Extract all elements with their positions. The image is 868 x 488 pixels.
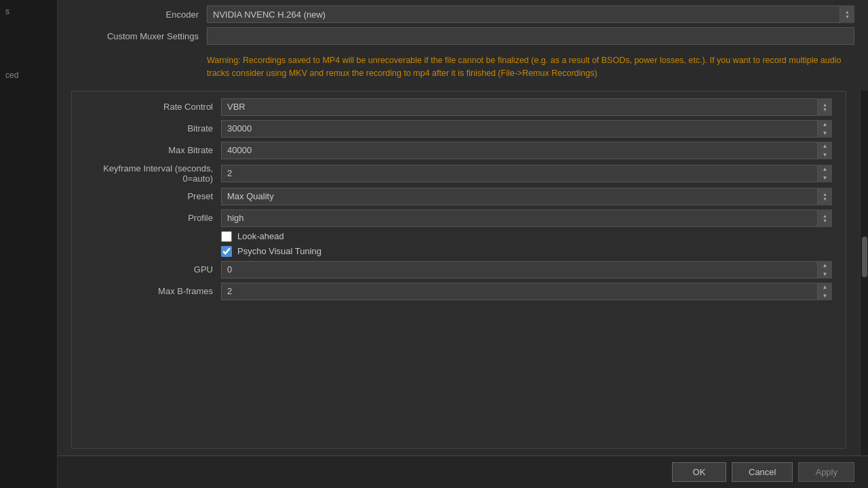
- keyframe-spin-wrapper: ▲ ▼: [221, 165, 832, 182]
- preset-row: Preset Max Quality ▲ ▼: [85, 188, 832, 205]
- encoder-control: NVIDIA NVENC H.264 (new) ▲ ▼: [207, 5, 854, 23]
- encoder-select-wrapper: NVIDIA NVENC H.264 (new) ▲ ▼: [207, 5, 854, 23]
- max-bitrate-spin-buttons: ▲ ▼: [817, 142, 832, 159]
- sidebar-item-ced: ced: [0, 64, 57, 87]
- warning-text: Warning: Recordings saved to MP4 will be…: [207, 56, 841, 78]
- keyframe-interval-control: ▲ ▼: [221, 165, 832, 182]
- scrollbar-area[interactable]: [860, 91, 868, 456]
- custom-muxer-control: [207, 27, 854, 45]
- warning-box: Warning: Recordings saved to MP4 will be…: [71, 49, 854, 83]
- lookahead-label[interactable]: Look-ahead: [237, 231, 284, 241]
- max-bframes-label: Max B-frames: [85, 286, 221, 296]
- max-bframes-input[interactable]: [221, 283, 832, 300]
- inner-layout: Rate Control VBR ▲ ▼: [58, 91, 868, 456]
- gpu-row: GPU ▲ ▼: [85, 261, 832, 279]
- max-bframes-spin-wrapper: ▲ ▼: [221, 283, 832, 300]
- rate-control-label: Rate Control: [85, 102, 221, 112]
- bitrate-input[interactable]: [221, 120, 832, 138]
- profile-label: Profile: [85, 213, 221, 223]
- keyframe-interval-input[interactable]: [221, 165, 832, 182]
- gpu-control: ▲ ▼: [221, 261, 832, 279]
- main-content: Encoder NVIDIA NVENC H.264 (new) ▲ ▼: [58, 0, 868, 488]
- gpu-input[interactable]: [221, 261, 832, 279]
- max-bitrate-down-button[interactable]: ▼: [818, 150, 832, 159]
- preset-select-wrapper: Max Quality ▲ ▼: [221, 188, 832, 205]
- scrollbar-thumb[interactable]: [862, 237, 867, 277]
- sidebar-item-s: s: [0, 0, 57, 23]
- bitrate-down-button[interactable]: ▼: [818, 129, 832, 138]
- rate-control-select[interactable]: VBR: [221, 98, 832, 116]
- rate-control-select-wrapper: VBR ▲ ▼: [221, 98, 832, 116]
- bitrate-row: Bitrate ▲ ▼: [85, 120, 832, 138]
- keyframe-interval-label: Keyframe Interval (seconds, 0=auto): [85, 163, 221, 184]
- profile-select-wrapper: high ▲ ▼: [221, 209, 832, 227]
- apply-button[interactable]: Apply: [798, 462, 854, 482]
- keyframe-interval-row: Keyframe Interval (seconds, 0=auto) ▲ ▼: [85, 163, 832, 184]
- max-bitrate-input[interactable]: [221, 142, 832, 159]
- settings-panel: Rate Control VBR ▲ ▼: [71, 91, 846, 449]
- gpu-label: GPU: [85, 264, 221, 274]
- max-bframes-spin-buttons: ▲ ▼: [817, 283, 832, 300]
- left-sidebar: s ced: [0, 0, 58, 488]
- bitrate-label: Bitrate: [85, 123, 221, 134]
- gpu-up-button[interactable]: ▲: [818, 261, 832, 270]
- preset-label: Preset: [85, 191, 221, 201]
- keyframe-up-button[interactable]: ▲: [818, 165, 832, 174]
- encoder-select[interactable]: NVIDIA NVENC H.264 (new): [207, 5, 854, 23]
- psycho-row: Psycho Visual Tuning: [221, 246, 832, 257]
- max-bitrate-up-button[interactable]: ▲: [818, 142, 832, 150]
- cancel-button[interactable]: Cancel: [732, 462, 793, 482]
- psycho-checkbox[interactable]: [221, 246, 232, 257]
- bottom-bar: OK Cancel Apply: [58, 455, 868, 488]
- max-bframes-control: ▲ ▼: [221, 283, 832, 300]
- encoder-label: Encoder: [71, 9, 207, 20]
- bitrate-spin-wrapper: ▲ ▼: [221, 120, 832, 138]
- profile-select[interactable]: high: [221, 209, 832, 227]
- keyframe-spin-buttons: ▲ ▼: [817, 165, 832, 182]
- custom-muxer-label: Custom Muxer Settings: [71, 31, 207, 41]
- lookahead-row: Look-ahead: [221, 231, 832, 242]
- rate-control-control: VBR ▲ ▼: [221, 98, 832, 116]
- profile-row: Profile high ▲ ▼: [85, 209, 832, 227]
- rate-control-row: Rate Control VBR ▲ ▼: [85, 98, 832, 116]
- max-bitrate-control: ▲ ▼: [221, 142, 832, 159]
- bitrate-control: ▲ ▼: [221, 120, 832, 138]
- profile-control: high ▲ ▼: [221, 209, 832, 227]
- gpu-down-button[interactable]: ▼: [818, 270, 832, 279]
- max-bframes-row: Max B-frames ▲ ▼: [85, 283, 832, 300]
- max-bitrate-row: Max Bitrate ▲ ▼: [85, 142, 832, 159]
- top-section: Encoder NVIDIA NVENC H.264 (new) ▲ ▼: [58, 0, 868, 91]
- encoder-row: Encoder NVIDIA NVENC H.264 (new) ▲ ▼: [71, 5, 854, 23]
- psycho-label[interactable]: Psycho Visual Tuning: [237, 246, 321, 256]
- preset-select[interactable]: Max Quality: [221, 188, 832, 205]
- preset-control: Max Quality ▲ ▼: [221, 188, 832, 205]
- custom-muxer-input[interactable]: [207, 27, 854, 45]
- lookahead-checkbox[interactable]: [221, 231, 232, 242]
- max-bitrate-spin-wrapper: ▲ ▼: [221, 142, 832, 159]
- max-bitrate-label: Max Bitrate: [85, 145, 221, 155]
- bitrate-spin-buttons: ▲ ▼: [817, 120, 832, 138]
- gpu-spin-wrapper: ▲ ▼: [221, 261, 832, 279]
- ok-button[interactable]: OK: [672, 462, 726, 482]
- gpu-spin-buttons: ▲ ▼: [817, 261, 832, 279]
- max-bframes-down-button[interactable]: ▼: [818, 291, 832, 300]
- custom-muxer-row: Custom Muxer Settings: [71, 27, 854, 45]
- bitrate-up-button[interactable]: ▲: [818, 120, 832, 129]
- max-bframes-up-button[interactable]: ▲: [818, 283, 832, 291]
- keyframe-down-button[interactable]: ▼: [818, 174, 832, 182]
